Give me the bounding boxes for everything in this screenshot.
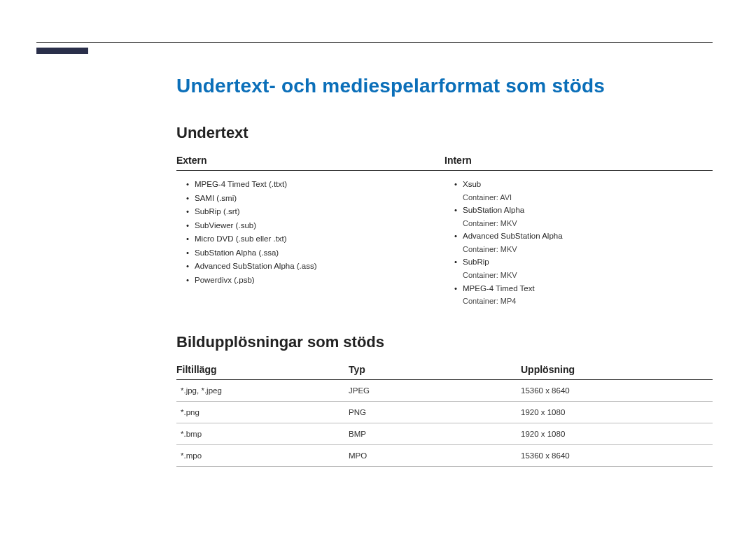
col-body-extern: MPEG-4 Timed Text (.ttxt)SAMI (.smi)SubR…	[176, 171, 444, 308]
intern-item-container: Container: MKV	[463, 269, 713, 282]
table-row: *.bmpBMP1920 x 1080	[176, 423, 713, 445]
page: Undertext- och mediespelarformat som stö…	[0, 0, 756, 534]
intern-item-name: Xsub	[463, 180, 481, 188]
col-body-intern: XsubContainer: AVISubStation AlphaContai…	[444, 171, 713, 308]
intern-item-name: SubRip	[463, 258, 489, 266]
col-header-type: Typ	[349, 364, 521, 375]
intern-item-name: SubStation Alpha	[463, 206, 524, 214]
spacer	[176, 308, 713, 333]
cell-ext: *.bmp	[176, 430, 349, 438]
extern-item: SAMI (.smi)	[186, 192, 444, 206]
table-row: *.jpg, *.jpegJPEG15360 x 8640	[176, 380, 713, 402]
extern-item: SubRip (.srt)	[186, 205, 444, 219]
subtitle-table-header: Extern Intern	[176, 155, 713, 171]
intern-item: XsubContainer: AVI	[454, 178, 713, 204]
intern-item: MPEG-4 Timed TextContainer: MP4	[454, 282, 713, 308]
intern-item: SubStation AlphaContainer: MKV	[454, 204, 713, 230]
subtitle-table-body: MPEG-4 Timed Text (.ttxt)SAMI (.smi)SubR…	[176, 171, 713, 308]
col-header-intern: Intern	[444, 155, 713, 166]
intern-item: Advanced SubStation AlphaContainer: MKV	[454, 230, 713, 255]
extern-item: Advanced SubStation Alpha (.ass)	[186, 260, 444, 274]
cell-ext: *.mpo	[176, 451, 349, 460]
cell-res: 15360 x 8640	[521, 386, 713, 395]
content-area: Undertext- och mediespelarformat som stö…	[36, 75, 713, 467]
intern-item-name: MPEG-4 Timed Text	[463, 284, 535, 293]
section-heading-subtitles: Undertext	[176, 124, 713, 142]
intern-item: SubRipContainer: MKV	[454, 255, 713, 281]
extern-item: SubStation Alpha (.ssa)	[186, 246, 444, 260]
table-row: *.pngPNG1920 x 1080	[176, 402, 713, 423]
intern-list: XsubContainer: AVISubStation AlphaContai…	[444, 178, 713, 308]
intern-item-container: Container: AVI	[463, 192, 713, 204]
cell-ext: *.png	[176, 408, 349, 416]
col-header-res: Upplösning	[521, 364, 713, 375]
col-header-ext: Filtillägg	[176, 364, 349, 375]
col-header-extern: Extern	[176, 155, 444, 166]
extern-item: SubViewer (.sub)	[186, 219, 444, 233]
extern-item: MPEG-4 Timed Text (.ttxt)	[186, 178, 444, 192]
extern-list: MPEG-4 Timed Text (.ttxt)SAMI (.smi)SubR…	[176, 178, 444, 287]
cell-type: JPEG	[349, 386, 521, 395]
intern-item-container: Container: MP4	[463, 295, 713, 308]
image-table-header: Filtillägg Typ Upplösning	[176, 364, 713, 380]
section-tab-mark	[36, 48, 88, 54]
cell-res: 1920 x 1080	[521, 408, 713, 416]
extern-item: Powerdivx (.psb)	[186, 274, 444, 288]
cell-res: 1920 x 1080	[521, 430, 713, 438]
cell-type: PNG	[349, 408, 521, 416]
top-rule	[36, 42, 713, 43]
image-table-body: *.jpg, *.jpegJPEG15360 x 8640*.pngPNG192…	[176, 380, 713, 467]
page-title: Undertext- och mediespelarformat som stö…	[176, 75, 713, 97]
table-row: *.mpoMPO15360 x 8640	[176, 445, 713, 467]
cell-type: BMP	[349, 430, 521, 438]
extern-item: Micro DVD (.sub eller .txt)	[186, 232, 444, 246]
cell-type: MPO	[349, 451, 521, 460]
cell-res: 15360 x 8640	[521, 451, 713, 460]
intern-item-container: Container: MKV	[463, 218, 713, 230]
intern-item-container: Container: MKV	[463, 244, 713, 256]
intern-item-name: Advanced SubStation Alpha	[463, 232, 563, 240]
section-heading-images: Bildupplösningar som stöds	[176, 333, 713, 351]
cell-ext: *.jpg, *.jpeg	[176, 386, 349, 395]
